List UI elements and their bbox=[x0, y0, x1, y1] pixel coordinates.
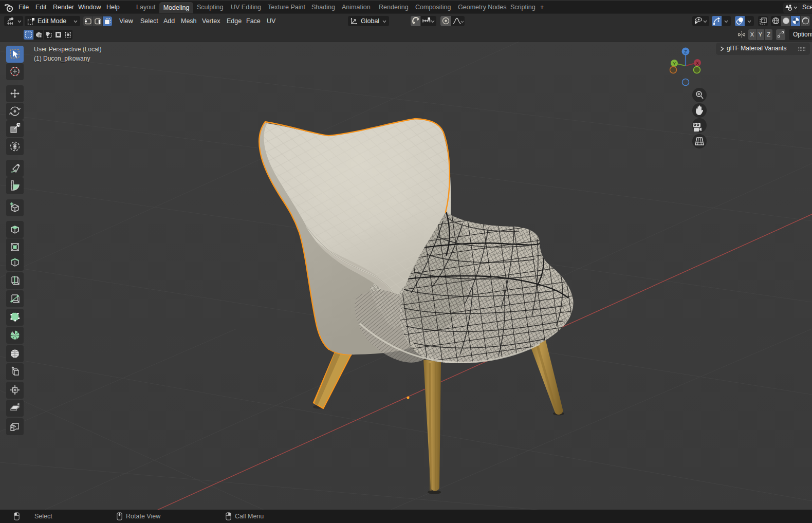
svg-text:Y: Y bbox=[673, 61, 676, 66]
svg-text:X: X bbox=[696, 61, 699, 66]
svg-text:Z: Z bbox=[684, 49, 687, 54]
